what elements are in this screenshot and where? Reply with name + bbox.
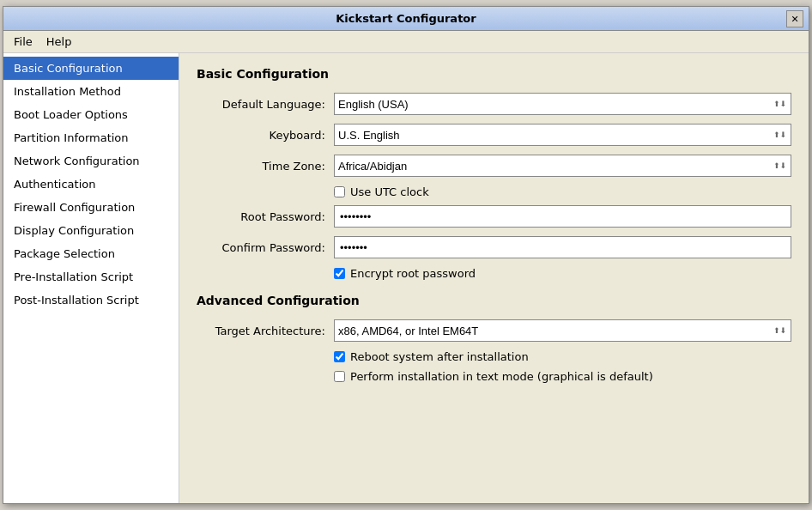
utc-clock-label: Use UTC clock (350, 185, 429, 198)
sidebar-item-installation-method[interactable]: Installation Method (3, 80, 179, 103)
text-mode-row: Perform installation in text mode (graph… (197, 370, 791, 383)
sidebar-item-post-installation-script[interactable]: Post-Installation Script (3, 288, 179, 312)
main-window: Kickstart Configurator ✕ File Help Basic… (3, 6, 809, 504)
keyboard-select[interactable]: U.S. English (334, 124, 791, 146)
sidebar-item-display-configuration[interactable]: Display Configuration (3, 219, 179, 242)
close-button[interactable]: ✕ (786, 10, 803, 27)
root-password-row: Root Password: (197, 205, 791, 228)
sidebar-item-boot-loader-options[interactable]: Boot Loader Options (3, 103, 179, 126)
menu-help[interactable]: Help (39, 33, 79, 50)
keyboard-row: Keyboard: U.S. English (197, 124, 791, 146)
default-language-select[interactable]: English (USA) (334, 93, 791, 115)
default-language-label: Default Language: (197, 98, 334, 111)
basic-config-title: Basic Configuration (197, 67, 791, 81)
reboot-row: Reboot system after installation (197, 350, 791, 363)
target-arch-wrapper: x86, AMD64, or Intel EM64T (334, 319, 791, 342)
target-arch-row: Target Architecture: x86, AMD64, or Inte… (197, 319, 791, 342)
encrypt-root-label: Encrypt root password (350, 267, 476, 280)
timezone-select[interactable]: Africa/Abidjan (334, 155, 791, 177)
root-password-label: Root Password: (197, 210, 334, 223)
confirm-password-label: Confirm Password: (197, 241, 334, 254)
sidebar-item-basic-configuration[interactable]: Basic Configuration (3, 57, 179, 80)
advanced-config-title: Advanced Configuration (197, 294, 791, 307)
sidebar-item-network-configuration[interactable]: Network Configuration (3, 149, 179, 173)
confirm-password-row: Confirm Password: (197, 236, 791, 258)
target-arch-label: Target Architecture: (197, 325, 334, 337)
sidebar-item-package-selection[interactable]: Package Selection (3, 242, 179, 265)
keyboard-label: Keyboard: (197, 129, 334, 142)
advanced-section: Advanced Configuration Target Architectu… (197, 294, 791, 383)
titlebar: Kickstart Configurator ✕ (3, 7, 809, 31)
timezone-row: Time Zone: Africa/Abidjan (197, 155, 791, 177)
target-arch-select[interactable]: x86, AMD64, or Intel EM64T (334, 319, 791, 342)
sidebar-item-authentication[interactable]: Authentication (3, 173, 179, 196)
encrypt-root-checkbox[interactable] (334, 268, 345, 279)
window-title: Kickstart Configurator (336, 12, 476, 25)
root-password-field-wrapper (334, 205, 791, 228)
utc-clock-checkbox[interactable] (334, 186, 345, 197)
timezone-label: Time Zone: (197, 160, 334, 173)
default-language-wrapper: English (USA) (334, 93, 791, 115)
menu-file[interactable]: File (7, 33, 39, 50)
sidebar-item-pre-installation-script[interactable]: Pre-Installation Script (3, 265, 179, 288)
main-panel: Basic Configuration Default Language: En… (179, 53, 809, 503)
root-password-input[interactable] (334, 205, 791, 228)
confirm-password-field-wrapper (334, 236, 791, 258)
reboot-checkbox[interactable] (334, 351, 345, 362)
sidebar-item-partition-information[interactable]: Partition Information (3, 126, 179, 149)
keyboard-wrapper: U.S. English (334, 124, 791, 146)
menubar: File Help (3, 31, 809, 53)
default-language-row: Default Language: English (USA) (197, 93, 791, 115)
encrypt-root-row: Encrypt root password (197, 267, 791, 280)
text-mode-label: Perform installation in text mode (graph… (350, 370, 653, 383)
utc-clock-row: Use UTC clock (197, 185, 791, 198)
text-mode-checkbox[interactable] (334, 371, 345, 382)
sidebar: Basic Configuration Installation Method … (3, 53, 179, 503)
confirm-password-input[interactable] (334, 236, 791, 258)
content-area: Basic Configuration Installation Method … (3, 53, 809, 503)
timezone-wrapper: Africa/Abidjan (334, 155, 791, 177)
reboot-label: Reboot system after installation (350, 350, 529, 363)
sidebar-item-firewall-configuration[interactable]: Firewall Configuration (3, 196, 179, 219)
